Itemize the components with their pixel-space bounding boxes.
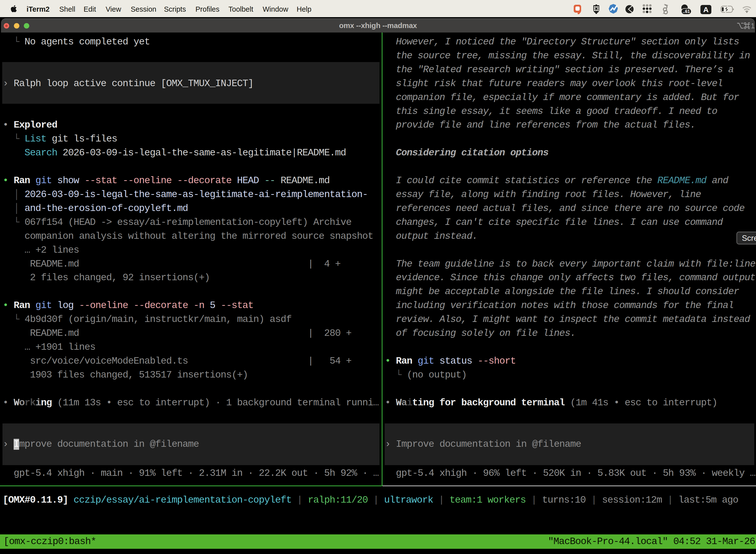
svg-text:..61: ..61 bbox=[683, 9, 690, 14]
